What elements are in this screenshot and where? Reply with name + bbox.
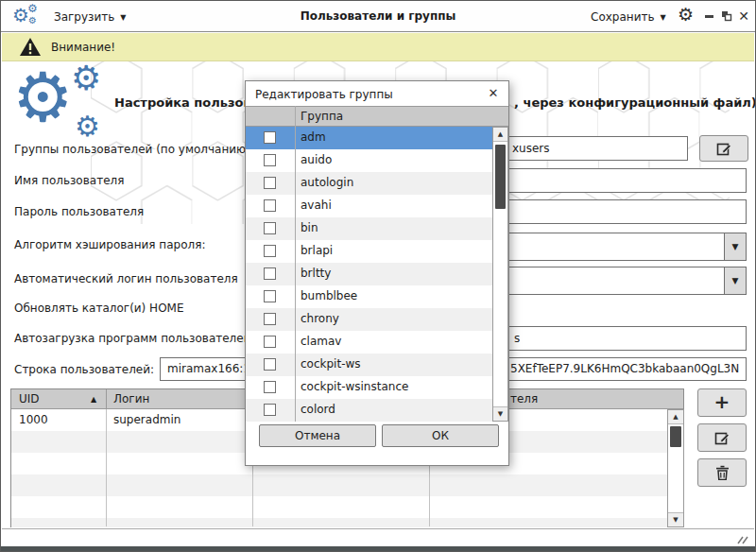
app-logo-gear-large-icon: ⚙ [12,63,74,131]
edit-groups-dialog: Редактировать группы ✕ Группа admauidoau… [245,80,509,466]
scroll-up-icon[interactable]: ▲ [668,410,683,424]
group-row[interactable]: adm [246,127,492,149]
label-autostart: Автозагрузка программ пользователей [14,332,250,345]
save-menu-label: Сохранить [591,10,655,24]
delete-user-button[interactable] [697,458,747,487]
group-row[interactable]: chrony [246,308,492,331]
column-header-group[interactable]: Группа [301,110,343,123]
group-checkbox[interactable] [264,381,276,393]
group-row[interactable]: clamav [246,331,492,354]
status-bar [2,528,754,546]
sort-ascending-icon: ▲ [91,395,96,404]
dialog-title: Редактировать группы [255,88,393,101]
minimize-icon [705,11,714,21]
dialog-close-button[interactable]: ✕ [486,86,501,101]
group-checkbox[interactable] [264,267,276,280]
group-row[interactable]: brlapi [246,240,492,263]
autostart-value: s [514,332,520,345]
cell-uid: 1000 [19,413,48,426]
scroll-down-icon[interactable]: ▼ [668,512,683,526]
toolbar: ⚙ ⚙ ⚙ Загрузить ▼ Пользователи и группы … [1,1,755,32]
chevron-down-icon[interactable]: ▼ [724,267,746,294]
group-checkbox[interactable] [264,404,276,416]
group-checkbox[interactable] [264,222,276,234]
edit-groups-button[interactable] [699,135,748,162]
group-name: avahi [301,198,332,212]
restore-button[interactable] [719,9,734,24]
chevron-down-icon[interactable]: ▼ [724,233,746,260]
cell-login: superadmin [113,413,180,426]
column-header-partial[interactable]: теля [510,392,538,405]
close-button[interactable]: ✕ [736,9,751,24]
group-checkbox[interactable] [264,313,276,325]
users-string-value-right: 5XEfTeEP7.9LK6HmQC3bkabaan0QgL3N [510,362,739,375]
trash-icon [715,465,730,480]
dialog-table-header: Группа [246,106,508,127]
group-row[interactable]: cockpit-ws [246,354,492,376]
pencil-square-icon [716,141,732,157]
group-list: admauidoautologinavahibinbrlapibrlttybum… [246,127,492,422]
group-checkbox[interactable] [264,131,276,144]
users-table-scrollbar[interactable]: ▲ ▼ [667,409,684,527]
group-name: brlapi [301,244,333,257]
column-header-uid[interactable]: UID [19,392,40,405]
group-row[interactable]: bumblbee [246,285,492,308]
scroll-down-icon[interactable]: ▼ [493,406,507,421]
group-row[interactable]: cockpit-wsinstance [246,376,492,399]
group-name: bin [301,221,318,234]
group-checkbox[interactable] [264,199,276,212]
scroll-up-icon[interactable]: ▲ [493,128,507,142]
resize-grip[interactable] [735,533,748,544]
group-name: clamav [301,335,341,348]
group-row[interactable]: autologin [246,172,492,195]
group-checkbox[interactable] [264,245,276,257]
default-groups-value: xusers [512,142,550,155]
plus-icon: + [714,390,730,413]
group-name: cockpit-ws [301,357,361,371]
restore-icon [721,10,732,22]
group-row[interactable]: brltty [246,263,492,285]
app-logo-gear-small-icon: ⚙ [75,112,100,141]
label-username: Имя пользователя [14,174,124,187]
scrollbar-thumb[interactable] [495,145,506,209]
label-default-groups: Группы пользователей (по умолчанию) [14,143,250,156]
add-user-button[interactable]: + [697,388,747,417]
cancel-button[interactable]: Отмена [259,424,376,447]
column-divider [106,389,107,409]
group-checkbox[interactable] [264,177,276,189]
ok-button[interactable]: ОК [382,424,499,447]
label-hash-algorithm: Алгоритм хэширования пароля: [14,238,205,251]
group-list-scrollbar[interactable]: ▲ ▼ [492,127,508,422]
group-name: brltty [301,267,331,280]
empty-row [11,518,668,527]
label-update-home: Обновлять каталог(и) HOME [14,302,184,315]
edit-user-button[interactable] [697,423,747,452]
group-checkbox[interactable] [264,336,276,348]
column-divider [295,106,296,422]
column-header-login[interactable]: Логин [113,392,149,405]
group-name: cockpit-wsinstance [301,380,408,393]
group-row[interactable]: bin [246,217,492,240]
group-checkbox[interactable] [264,154,276,166]
warning-text: Внимание! [51,41,115,54]
warning-icon [19,37,42,57]
group-checkbox[interactable] [264,290,276,302]
app-logo-gear-medium-icon: ⚙ [71,61,101,95]
save-menu-button[interactable]: Сохранить ▼ [591,8,666,26]
settings-gear-icon[interactable]: ⚙ [678,6,694,24]
scrollbar-thumb[interactable] [670,426,681,447]
group-name: autologin [301,176,353,189]
minimize-button[interactable] [702,9,717,24]
chevron-down-icon: ▼ [661,13,666,22]
page-title-right: , через конфигурационный файл) [514,95,756,110]
group-row[interactable]: colord [246,399,492,422]
group-checkbox[interactable] [264,358,276,371]
empty-row [11,474,668,496]
group-row[interactable]: avahi [246,195,492,217]
label-users-string: Строка пользователей: [14,363,154,376]
window-bottom-edge [1,546,755,552]
warning-bar: Внимание! [2,33,754,61]
group-row[interactable]: auido [246,149,492,172]
group-name: bumblbee [301,289,357,302]
group-name: chrony [301,312,339,325]
